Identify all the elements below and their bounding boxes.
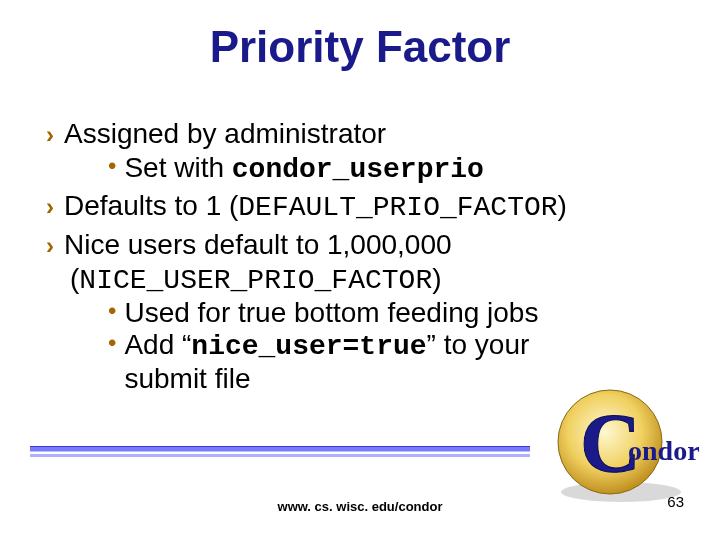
logo-text: ondor (628, 435, 700, 466)
bullet-3-sub-2-text: Add “nice_user=true” to your submit file (124, 329, 564, 395)
code-text: NICE_USER_PRIO_FACTOR (79, 265, 432, 296)
slide-title: Priority Factor (0, 22, 720, 72)
divider (30, 446, 530, 456)
bullet-1: › Assigned by administrator (46, 118, 666, 150)
bullet-3-sub-1-text: Used for true bottom feeding jobs (124, 297, 538, 329)
code-text: nice_user=true (191, 331, 426, 362)
code-text: DEFAULT_PRIO_FACTOR (238, 192, 557, 223)
chevron-icon: › (46, 123, 54, 147)
code-text: condor_userprio (232, 154, 484, 185)
bullet-2-text: Defaults to 1 (DEFAULT_PRIO_FACTOR) (64, 190, 567, 224)
slide-body: › Assigned by administrator • Set with c… (46, 118, 666, 396)
bullet-3-text: Nice users default to 1,000,000 (64, 229, 452, 261)
condor-logo: C ondor (536, 376, 706, 506)
chevron-icon: › (46, 234, 54, 258)
text-prefix: Add “ (124, 329, 191, 360)
text-prefix: Defaults to 1 ( (64, 190, 238, 221)
footer-url: www. cs. wisc. edu/condor (0, 499, 720, 514)
bullet-1-sub-1-text: Set with condor_userprio (124, 152, 483, 186)
bullet-2: › Defaults to 1 (DEFAULT_PRIO_FACTOR) (46, 190, 666, 224)
paren-close: ) (432, 263, 441, 294)
slide: Priority Factor › Assigned by administra… (0, 0, 720, 540)
svg-point-1 (558, 390, 662, 494)
bullet-3: › Nice users default to 1,000,000 (46, 229, 666, 261)
chevron-icon: › (46, 195, 54, 219)
bullet-3-sub-2: • Add “nice_user=true” to your submit fi… (108, 329, 666, 395)
bullet-3-paren: (NICE_USER_PRIO_FACTOR) (70, 263, 666, 297)
page-number: 63 (667, 493, 684, 510)
bullet-1-text: Assigned by administrator (64, 118, 386, 150)
paren-open: ( (70, 263, 79, 294)
dot-icon: • (108, 154, 116, 178)
dot-icon: • (108, 331, 116, 355)
bullet-1-sub-1: • Set with condor_userprio (108, 152, 666, 186)
bullet-3-sub-1: • Used for true bottom feeding jobs (108, 297, 666, 329)
text-suffix: ) (558, 190, 567, 221)
text-prefix: Set with (124, 152, 231, 183)
dot-icon: • (108, 299, 116, 323)
svg-text:C: C (580, 397, 641, 490)
